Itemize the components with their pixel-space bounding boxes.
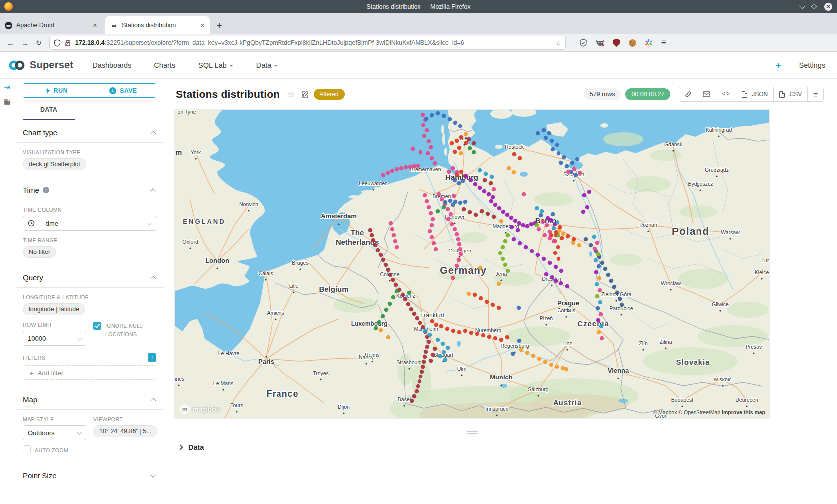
station-point[interactable] (469, 331, 474, 335)
station-point[interactable] (486, 212, 490, 216)
station-point[interactable] (537, 227, 541, 232)
save-button[interactable]: + SAVE (90, 84, 156, 97)
station-point[interactable] (446, 346, 450, 350)
station-point[interactable] (554, 230, 558, 235)
station-point[interactable] (456, 237, 461, 242)
station-point[interactable] (584, 237, 588, 242)
station-point[interactable] (384, 308, 389, 312)
station-point[interactable] (381, 258, 386, 262)
station-point[interactable] (391, 278, 395, 282)
station-point[interactable] (556, 245, 560, 250)
panel-resize-handle[interactable] (467, 431, 478, 434)
station-point[interactable] (430, 235, 434, 240)
station-point[interactable] (548, 261, 552, 265)
station-point[interactable] (416, 164, 420, 168)
station-point[interactable] (509, 216, 514, 220)
station-point[interactable] (404, 165, 408, 170)
station-point[interactable] (570, 161, 575, 165)
station-point[interactable] (425, 199, 429, 204)
station-point[interactable] (556, 220, 560, 225)
station-point[interactable] (388, 302, 392, 306)
station-point[interactable] (469, 178, 473, 183)
station-point[interactable] (441, 342, 445, 346)
time-column-select[interactable]: __time (23, 216, 156, 231)
station-point[interactable] (596, 252, 601, 257)
station-point[interactable] (415, 389, 419, 394)
station-point[interactable] (386, 268, 391, 272)
station-point[interactable] (506, 269, 510, 273)
station-point[interactable] (430, 156, 434, 161)
station-point[interactable] (517, 306, 521, 310)
station-point[interactable] (370, 233, 374, 238)
station-point[interactable] (545, 223, 549, 228)
auto-zoom-checkbox[interactable] (23, 445, 31, 453)
station-point[interactable] (462, 207, 466, 212)
station-point[interactable] (550, 275, 555, 280)
station-point[interactable] (429, 359, 433, 363)
station-point[interactable] (453, 150, 457, 154)
station-point[interactable] (436, 111, 440, 116)
station-point[interactable] (492, 215, 496, 219)
cookie-extension-icon[interactable] (629, 39, 636, 47)
window-minimize-icon[interactable] (799, 3, 806, 9)
ignore-null-checkbox[interactable] (93, 322, 101, 330)
section-chart-type[interactable]: Chart type (23, 120, 156, 142)
mapbox-logo[interactable]: m mapbox (180, 404, 221, 414)
station-point[interactable] (600, 336, 604, 341)
station-point[interactable] (505, 335, 510, 340)
station-point[interactable] (473, 293, 477, 297)
station-point[interactable] (393, 239, 398, 244)
station-point[interactable] (566, 234, 570, 239)
station-point[interactable] (498, 251, 503, 255)
station-point[interactable] (521, 223, 526, 228)
station-point[interactable] (422, 360, 426, 364)
station-point[interactable] (492, 187, 496, 192)
station-point[interactable] (381, 314, 385, 319)
station-point[interactable] (564, 367, 569, 372)
station-point[interactable] (550, 139, 554, 143)
station-point[interactable] (501, 257, 505, 261)
station-point[interactable] (455, 232, 459, 237)
station-point[interactable] (440, 197, 444, 202)
station-point[interactable] (594, 270, 599, 275)
station-point[interactable] (512, 170, 516, 175)
station-point[interactable] (422, 134, 427, 138)
station-point[interactable] (455, 173, 460, 178)
station-point[interactable] (524, 245, 528, 250)
station-point[interactable] (572, 167, 577, 172)
station-point[interactable] (559, 269, 564, 273)
station-point[interactable] (481, 333, 486, 338)
bookmark-star-icon[interactable]: ☆ (555, 39, 561, 47)
station-point[interactable] (451, 329, 456, 333)
station-point[interactable] (451, 166, 455, 171)
station-point[interactable] (594, 258, 598, 263)
station-point[interactable] (453, 227, 457, 232)
station-point[interactable] (457, 258, 461, 262)
station-point[interactable] (511, 352, 515, 356)
station-point[interactable] (522, 192, 526, 197)
station-point[interactable] (544, 272, 549, 277)
station-point[interactable] (434, 247, 438, 252)
station-point[interactable] (457, 330, 462, 335)
station-point[interactable] (421, 113, 425, 117)
station-point[interactable] (510, 225, 514, 230)
station-point[interactable] (606, 273, 611, 277)
station-point[interactable] (557, 151, 561, 156)
viewport-value[interactable]: 10° 24' 49.86" | 5... (93, 425, 157, 437)
browser-menu-icon[interactable]: ≡ (661, 38, 666, 48)
station-point[interactable] (518, 241, 522, 246)
station-point[interactable] (478, 168, 482, 173)
station-point[interactable] (418, 321, 422, 325)
station-point[interactable] (442, 350, 446, 355)
station-point[interactable] (472, 141, 476, 146)
station-point[interactable] (457, 146, 462, 150)
station-point[interactable] (468, 146, 472, 151)
station-point[interactable] (379, 253, 383, 257)
station-point[interactable] (458, 124, 463, 128)
station-point[interactable] (597, 264, 601, 269)
station-point[interactable] (418, 379, 422, 384)
station-point[interactable] (458, 247, 463, 252)
station-point[interactable] (483, 178, 487, 183)
station-point[interactable] (429, 145, 433, 150)
station-point[interactable] (411, 147, 415, 151)
